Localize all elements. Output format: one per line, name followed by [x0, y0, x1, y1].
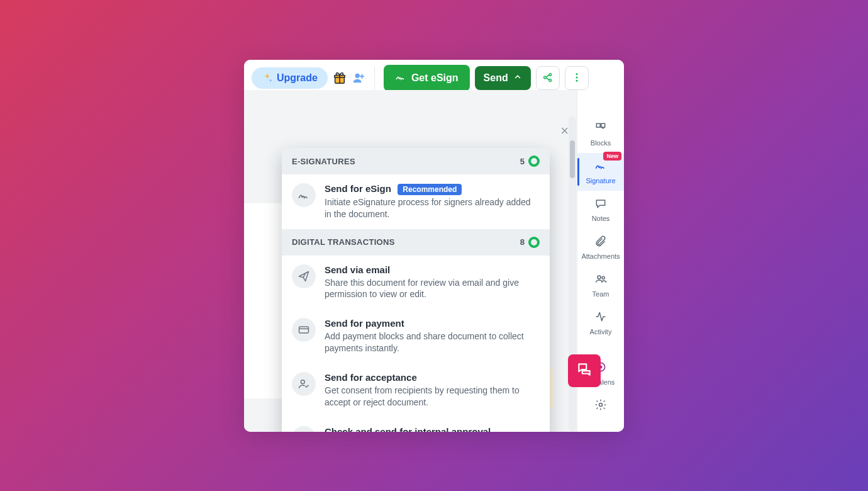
- svg-point-7: [576, 76, 577, 78]
- item-description: Initiate eSignature process for signers …: [325, 196, 540, 220]
- rail-item-settings[interactable]: [577, 392, 624, 414]
- svg-point-8: [576, 79, 577, 81]
- rail-item-team[interactable]: Team: [577, 266, 624, 304]
- svg-rect-10: [299, 327, 309, 333]
- chevron-up-icon: [513, 72, 522, 84]
- notes-icon: [594, 197, 607, 212]
- svg-rect-12: [596, 123, 600, 127]
- dropdown-item-body: Check and send for internal approval Che…: [325, 426, 540, 432]
- item-description: Add payment blocks and share document to…: [325, 330, 540, 354]
- dropdown-item-body: Send for eSign Recommended Initiate eSig…: [325, 183, 540, 220]
- send-label: Send: [484, 72, 508, 84]
- section-title: DIGITAL TRANSACTIONS: [292, 237, 395, 247]
- dropdown-item-body: Send via email Share this document for r…: [325, 264, 540, 301]
- section-title: E-SIGNATURES: [292, 157, 355, 166]
- rail-label: Team: [593, 290, 609, 298]
- svg-point-15: [602, 276, 604, 279]
- gift-icon[interactable]: [333, 71, 347, 85]
- new-badge: New: [603, 152, 621, 161]
- signature-icon: [395, 71, 406, 85]
- item-title: Send via email: [325, 264, 390, 275]
- toolbar-divider: [374, 67, 375, 89]
- person-check-icon: [292, 372, 316, 396]
- rail-label: Activity: [590, 328, 612, 336]
- signature-icon: [292, 183, 316, 207]
- rail-label: Blocks: [591, 139, 611, 147]
- svg-point-14: [598, 276, 601, 279]
- get-esign-button[interactable]: Get eSign: [384, 65, 470, 91]
- signature-icon: [594, 159, 607, 174]
- card-icon: [292, 318, 316, 342]
- counter-value: 8: [520, 237, 525, 247]
- close-panel-button[interactable]: ×: [560, 123, 569, 139]
- add-person-icon[interactable]: [352, 71, 365, 85]
- blocks-icon: [594, 121, 607, 137]
- item-title: Send for payment: [325, 318, 404, 329]
- item-description: Share this document for review via email…: [325, 277, 540, 301]
- more-menu-button[interactable]: [565, 66, 589, 90]
- rail-item-blocks[interactable]: Blocks: [577, 115, 624, 153]
- rail-item-notes[interactable]: Notes: [577, 191, 624, 229]
- activity-icon: [594, 310, 607, 325]
- app-window: Upgrade Get eSign Send: [244, 60, 624, 432]
- gear-icon: [594, 398, 607, 414]
- upgrade-label: Upgrade: [277, 72, 318, 84]
- svg-point-11: [301, 380, 304, 384]
- rail-label: Signature: [586, 177, 615, 184]
- svg-point-2: [355, 74, 359, 78]
- recommended-badge: Recommended: [398, 184, 462, 195]
- dropdown-item-send-via-email[interactable]: Send via email Share this document for r…: [282, 256, 550, 310]
- svg-rect-13: [601, 123, 605, 127]
- rail-item-attachments[interactable]: Attachments: [577, 229, 624, 266]
- rail-label: Notes: [592, 215, 610, 222]
- chat-fab[interactable]: [568, 354, 601, 387]
- section-counter: 5: [520, 155, 540, 167]
- get-esign-label: Get eSign: [411, 72, 459, 84]
- section-counter: 8: [520, 237, 540, 248]
- share-icon: [542, 72, 554, 85]
- svg-point-6: [576, 73, 577, 75]
- message-check-icon: [292, 426, 316, 432]
- dropdown-item-send-for-esign[interactable]: Send for eSign Recommended Initiate eSig…: [282, 174, 550, 229]
- rail-item-activity[interactable]: Activity: [577, 304, 624, 342]
- dropdown-item-internal-approval[interactable]: Check and send for internal approval Che…: [282, 417, 550, 432]
- progress-ring-icon: [528, 237, 540, 248]
- sparkle-icon: [262, 72, 273, 84]
- paper-plane-icon: [292, 264, 316, 288]
- progress-ring-icon: [528, 155, 540, 167]
- paperclip-icon: [594, 235, 607, 250]
- counter-value: 5: [520, 157, 525, 166]
- dropdown-item-send-for-acceptance[interactable]: Send for acceptance Get consent from rec…: [282, 363, 550, 417]
- item-description: Get consent from recipients by requestin…: [325, 385, 540, 409]
- dropdown-section-header-esignatures: E-SIGNATURES 5: [282, 148, 550, 174]
- dropdown-section-header-digital-transactions: DIGITAL TRANSACTIONS 8: [282, 229, 550, 256]
- chat-icon: [576, 361, 593, 380]
- scrollbar-thumb[interactable]: [570, 140, 575, 178]
- dropdown-item-send-for-payment[interactable]: Send for payment Add payment blocks and …: [282, 309, 550, 363]
- item-title: Send for eSign: [325, 183, 391, 194]
- share-button[interactable]: [536, 66, 560, 90]
- rail-label: Attachments: [581, 252, 620, 260]
- send-dropdown: E-SIGNATURES 5 Send for eSign Recommende…: [282, 148, 550, 432]
- more-vertical-icon: [571, 72, 582, 85]
- item-title: Send for acceptance: [325, 372, 417, 383]
- send-button[interactable]: Send: [475, 66, 531, 90]
- upgrade-button[interactable]: Upgrade: [252, 67, 328, 89]
- dropdown-item-body: Send for payment Add payment blocks and …: [325, 318, 540, 354]
- svg-point-18: [599, 404, 603, 407]
- rail-item-signature[interactable]: New Signature: [577, 153, 624, 191]
- item-title: Check and send for internal approval: [325, 426, 491, 432]
- team-icon: [594, 273, 607, 288]
- dropdown-item-body: Send for acceptance Get consent from rec…: [325, 372, 540, 409]
